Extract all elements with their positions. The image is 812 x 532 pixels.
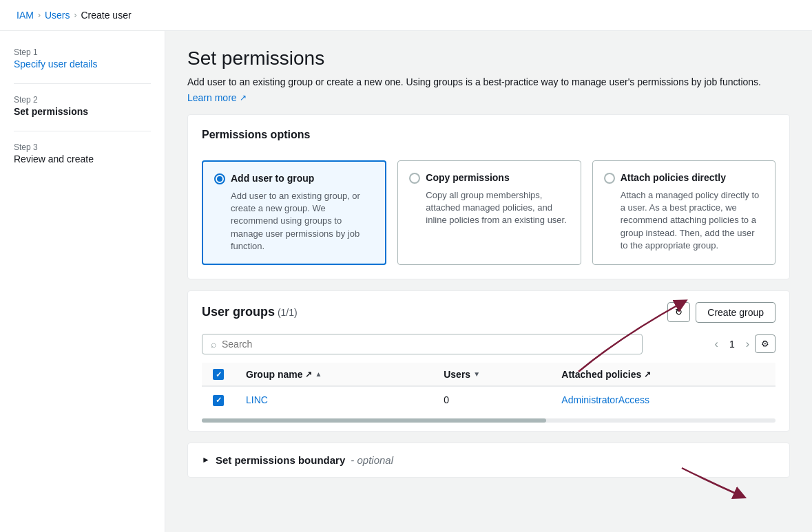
- step-2-label: Step 2: [14, 95, 151, 105]
- user-groups-table: Group name ↗ ▲ Users ▼: [202, 363, 775, 413]
- breadcrumb-users[interactable]: Users: [45, 10, 70, 21]
- add-to-group-desc: Add user to an existing group, or create…: [214, 190, 374, 253]
- refresh-icon: ↻: [675, 307, 683, 317]
- scrollbar-thumb[interactable]: [202, 418, 546, 423]
- permissions-boundary-title: Set permissions boundary: [216, 454, 345, 466]
- user-groups-title: User groups (1/1): [202, 305, 298, 319]
- attach-policies-title: Attach policies directly: [621, 172, 726, 183]
- permissions-boundary-card: ► Set permissions boundary - optional: [187, 443, 790, 478]
- pagination: ‹ 1 › ⚙: [712, 334, 775, 353]
- user-groups-actions: ↻ Create group: [667, 302, 775, 323]
- attach-policies-radio[interactable]: [604, 173, 615, 184]
- row-checkbox-cell: [202, 386, 235, 413]
- add-to-group-title: Add user to group: [231, 173, 314, 184]
- page-desc: Add user to an existing group or create …: [187, 75, 790, 89]
- step-1-item: Step 1 Specify user details: [14, 47, 151, 70]
- attach-policies-desc: Attach a managed policy directly to a us…: [604, 189, 764, 252]
- select-all-checkbox[interactable]: [213, 369, 224, 380]
- group-name-link[interactable]: LINC: [246, 394, 268, 405]
- attach-policies-option[interactable]: Attach policies directly Attach a manage…: [592, 160, 775, 265]
- external-link-icon: ↗: [240, 93, 247, 103]
- table-header-row: Group name ↗ ▲ Users ▼: [202, 363, 775, 387]
- scrollbar-area: [188, 413, 789, 431]
- policy-link[interactable]: AdministratorAccess: [561, 394, 649, 405]
- learn-more-link[interactable]: Learn more ↗: [187, 92, 247, 103]
- breadcrumb-sep-2: ›: [74, 10, 76, 20]
- permissions-options-card: Permissions options Add user to group Ad…: [187, 114, 790, 279]
- main-content: Set permissions Add user to an existing …: [165, 31, 812, 532]
- th-checkbox: [202, 363, 235, 387]
- table-row: LINC 0 AdministratorAccess: [202, 386, 775, 413]
- permissions-options-header: Permissions options: [202, 129, 775, 149]
- page-number: 1: [724, 339, 740, 350]
- attached-policies-ext-icon: ↗: [644, 370, 651, 379]
- next-page-button[interactable]: ›: [743, 335, 752, 353]
- breadcrumb-iam[interactable]: IAM: [17, 10, 34, 21]
- search-pagination-row: ⌕ ‹ 1 › ⚙: [188, 334, 789, 363]
- step-3-label: Step 3: [14, 142, 151, 152]
- search-icon: ⌕: [211, 339, 216, 350]
- row-group-name-cell: LINC: [235, 386, 433, 413]
- search-input[interactable]: [222, 339, 634, 350]
- expand-icon: ►: [202, 455, 210, 465]
- refresh-button[interactable]: ↻: [667, 302, 690, 322]
- breadcrumb-current: Create user: [81, 10, 131, 21]
- permissions-boundary-optional: - optional: [351, 454, 393, 466]
- row-checkbox[interactable]: [213, 395, 224, 406]
- th-attached-policies: Attached policies ↗: [550, 363, 775, 387]
- add-to-group-option[interactable]: Add user to group Add user to an existin…: [202, 160, 386, 265]
- row-users-cell: 0: [433, 386, 550, 413]
- step-2-item: Step 2 Set permissions: [14, 95, 151, 117]
- search-wrap: ⌕: [202, 334, 643, 354]
- step-1-title[interactable]: Specify user details: [14, 58, 97, 70]
- user-groups-table-container: Group name ↗ ▲ Users ▼: [188, 363, 789, 413]
- breadcrumb-sep-1: ›: [38, 10, 41, 20]
- sort-desc-icon[interactable]: ▼: [473, 370, 480, 378]
- permissions-options-list: Add user to group Add user to an existin…: [202, 160, 775, 265]
- step-3-title: Review and create: [14, 153, 151, 164]
- copy-permissions-desc: Copy all group memberships, attached man…: [409, 189, 569, 227]
- permissions-boundary-section[interactable]: ► Set permissions boundary - optional: [188, 443, 789, 477]
- scrollbar-track: [202, 418, 775, 423]
- settings-icon: ⚙: [761, 339, 769, 349]
- user-groups-header: User groups (1/1) ↻ Create group: [188, 291, 789, 334]
- add-to-group-radio[interactable]: [214, 173, 225, 184]
- page-title: Set permissions: [187, 47, 790, 70]
- copy-permissions-title: Copy permissions: [426, 172, 509, 183]
- copy-permissions-radio[interactable]: [409, 173, 420, 184]
- th-users: Users ▼: [433, 363, 550, 387]
- group-name-ext-icon: ↗: [305, 370, 312, 379]
- row-attached-policies-cell: AdministratorAccess: [550, 386, 775, 413]
- sort-asc-icon[interactable]: ▲: [315, 370, 322, 378]
- copy-permissions-option[interactable]: Copy permissions Copy all group membersh…: [397, 160, 581, 265]
- user-groups-card: User groups (1/1) ↻ Create group ⌕ ‹: [187, 290, 790, 432]
- prev-page-button[interactable]: ‹: [712, 335, 721, 353]
- step-3-item: Step 3 Review and create: [14, 142, 151, 164]
- step-1-label: Step 1: [14, 47, 151, 57]
- breadcrumb: IAM › Users › Create user: [0, 0, 812, 31]
- th-group-name: Group name ↗ ▲: [235, 363, 433, 387]
- table-settings-button[interactable]: ⚙: [755, 334, 775, 353]
- step-2-title: Set permissions: [14, 106, 151, 117]
- sidebar: Step 1 Specify user details Step 2 Set p…: [0, 31, 165, 532]
- create-group-button[interactable]: Create group: [696, 302, 775, 323]
